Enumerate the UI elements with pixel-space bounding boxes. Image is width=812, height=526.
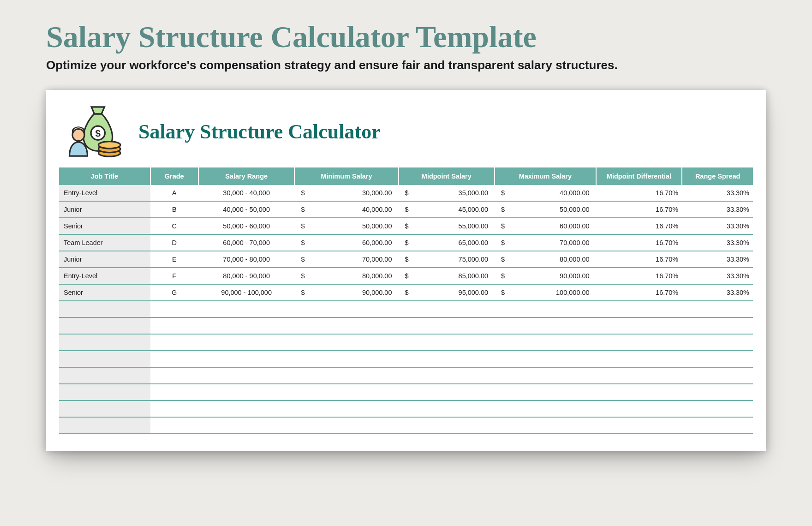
cell-empty[interactable] <box>399 301 495 317</box>
cell-range-spread[interactable]: 33.30% <box>682 284 753 301</box>
cell-empty[interactable] <box>59 417 150 434</box>
cell-salary-range[interactable]: 70,000 - 80,000 <box>198 251 295 268</box>
cell-midpoint-differential[interactable]: 16.70% <box>596 185 682 201</box>
cell-empty[interactable] <box>59 351 150 367</box>
cell-range-spread[interactable]: 33.30% <box>682 251 753 268</box>
cell-empty[interactable] <box>150 334 198 351</box>
cell-empty[interactable] <box>596 384 682 400</box>
cell-minimum-salary[interactable]: $90,000.00 <box>294 284 398 301</box>
cell-empty[interactable] <box>198 367 295 384</box>
cell-empty[interactable] <box>399 317 495 334</box>
cell-salary-range[interactable]: 80,000 - 90,000 <box>198 268 295 284</box>
cell-empty[interactable] <box>495 301 596 317</box>
cell-midpoint-salary[interactable]: $65,000.00 <box>399 234 495 251</box>
cell-midpoint-differential[interactable]: 16.70% <box>596 234 682 251</box>
cell-empty[interactable] <box>596 351 682 367</box>
cell-range-spread[interactable]: 33.30% <box>682 234 753 251</box>
cell-empty[interactable] <box>198 301 295 317</box>
cell-empty[interactable] <box>150 417 198 434</box>
cell-empty[interactable] <box>150 400 198 417</box>
cell-empty[interactable] <box>596 301 682 317</box>
cell-empty[interactable] <box>198 384 295 400</box>
cell-midpoint-salary[interactable]: $55,000.00 <box>399 218 495 234</box>
cell-empty[interactable] <box>399 400 495 417</box>
cell-midpoint-salary[interactable]: $45,000.00 <box>399 201 495 218</box>
cell-maximum-salary[interactable]: $40,000.00 <box>495 185 596 201</box>
cell-empty[interactable] <box>150 384 198 400</box>
cell-empty[interactable] <box>294 301 398 317</box>
cell-empty[interactable] <box>294 367 398 384</box>
cell-empty[interactable] <box>399 367 495 384</box>
cell-empty[interactable] <box>59 367 150 384</box>
cell-empty[interactable] <box>59 334 150 351</box>
cell-empty[interactable] <box>59 384 150 400</box>
cell-empty[interactable] <box>150 351 198 367</box>
cell-midpoint-salary[interactable]: $85,000.00 <box>399 268 495 284</box>
cell-range-spread[interactable]: 33.30% <box>682 185 753 201</box>
cell-midpoint-differential[interactable]: 16.70% <box>596 268 682 284</box>
cell-empty[interactable] <box>495 334 596 351</box>
cell-empty[interactable] <box>495 384 596 400</box>
cell-grade[interactable]: E <box>150 251 198 268</box>
cell-empty[interactable] <box>596 400 682 417</box>
cell-empty[interactable] <box>59 400 150 417</box>
cell-empty[interactable] <box>399 351 495 367</box>
cell-empty[interactable] <box>495 400 596 417</box>
cell-midpoint-salary[interactable]: $35,000.00 <box>399 185 495 201</box>
cell-empty[interactable] <box>596 367 682 384</box>
cell-midpoint-salary[interactable]: $95,000.00 <box>399 284 495 301</box>
cell-minimum-salary[interactable]: $70,000.00 <box>294 251 398 268</box>
cell-empty[interactable] <box>294 317 398 334</box>
cell-grade[interactable]: C <box>150 218 198 234</box>
cell-empty[interactable] <box>294 384 398 400</box>
cell-empty[interactable] <box>682 351 753 367</box>
cell-empty[interactable] <box>198 334 295 351</box>
cell-empty[interactable] <box>495 367 596 384</box>
cell-salary-range[interactable]: 50,000 - 60,000 <box>198 218 295 234</box>
cell-salary-range[interactable]: 90,000 - 100,000 <box>198 284 295 301</box>
cell-midpoint-salary[interactable]: $75,000.00 <box>399 251 495 268</box>
cell-empty[interactable] <box>682 301 753 317</box>
cell-maximum-salary[interactable]: $60,000.00 <box>495 218 596 234</box>
cell-empty[interactable] <box>682 334 753 351</box>
cell-empty[interactable] <box>150 367 198 384</box>
cell-job-title[interactable]: Team Leader <box>59 234 150 251</box>
cell-empty[interactable] <box>495 351 596 367</box>
cell-empty[interactable] <box>198 417 295 434</box>
cell-empty[interactable] <box>495 417 596 434</box>
cell-midpoint-differential[interactable]: 16.70% <box>596 251 682 268</box>
cell-minimum-salary[interactable]: $60,000.00 <box>294 234 398 251</box>
cell-empty[interactable] <box>399 384 495 400</box>
cell-job-title[interactable]: Junior <box>59 201 150 218</box>
cell-job-title[interactable]: Senior <box>59 284 150 301</box>
cell-minimum-salary[interactable]: $30,000.00 <box>294 185 398 201</box>
cell-grade[interactable]: B <box>150 201 198 218</box>
cell-minimum-salary[interactable]: $80,000.00 <box>294 268 398 284</box>
cell-midpoint-differential[interactable]: 16.70% <box>596 201 682 218</box>
cell-salary-range[interactable]: 40,000 - 50,000 <box>198 201 295 218</box>
cell-empty[interactable] <box>682 384 753 400</box>
cell-grade[interactable]: A <box>150 185 198 201</box>
cell-midpoint-differential[interactable]: 16.70% <box>596 218 682 234</box>
cell-job-title[interactable]: Entry-Level <box>59 268 150 284</box>
cell-empty[interactable] <box>198 400 295 417</box>
cell-empty[interactable] <box>596 334 682 351</box>
cell-empty[interactable] <box>198 317 295 334</box>
cell-maximum-salary[interactable]: $70,000.00 <box>495 234 596 251</box>
cell-empty[interactable] <box>682 367 753 384</box>
cell-minimum-salary[interactable]: $50,000.00 <box>294 218 398 234</box>
cell-range-spread[interactable]: 33.30% <box>682 268 753 284</box>
cell-range-spread[interactable]: 33.30% <box>682 218 753 234</box>
cell-empty[interactable] <box>399 417 495 434</box>
cell-empty[interactable] <box>294 351 398 367</box>
cell-empty[interactable] <box>294 417 398 434</box>
cell-maximum-salary[interactable]: $50,000.00 <box>495 201 596 218</box>
cell-minimum-salary[interactable]: $40,000.00 <box>294 201 398 218</box>
cell-grade[interactable]: D <box>150 234 198 251</box>
cell-job-title[interactable]: Entry-Level <box>59 185 150 201</box>
cell-job-title[interactable]: Senior <box>59 218 150 234</box>
cell-empty[interactable] <box>399 334 495 351</box>
cell-empty[interactable] <box>682 317 753 334</box>
cell-empty[interactable] <box>682 417 753 434</box>
cell-empty[interactable] <box>59 317 150 334</box>
